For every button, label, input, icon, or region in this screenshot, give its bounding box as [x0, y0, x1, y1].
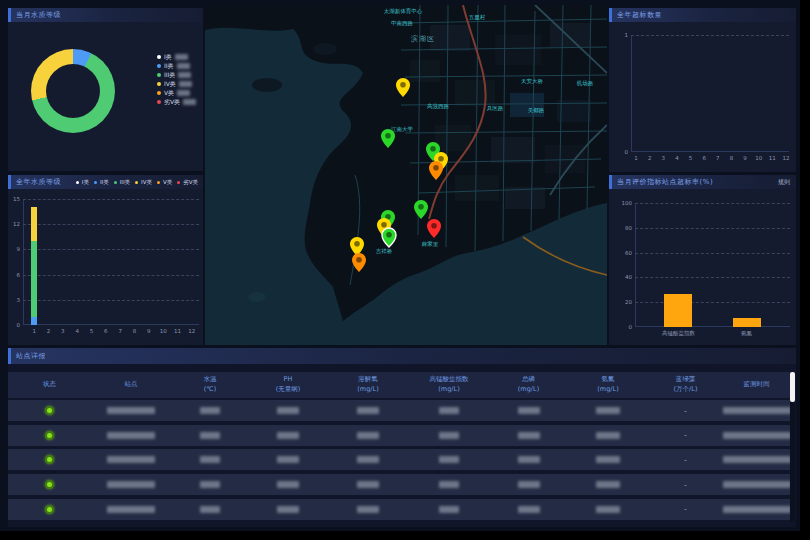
x-tick-label: 9 [743, 155, 747, 161]
legend-label: I类 [164, 53, 172, 62]
gridline [23, 300, 199, 301]
legend-label: III类 [164, 71, 175, 80]
x-tick-label: 12 [783, 155, 790, 161]
cell-tp [489, 407, 568, 414]
annual-exceed-plot[interactable]: 10123456789101112 [631, 35, 789, 152]
redacted-value [596, 407, 620, 414]
table-row[interactable]: - [8, 400, 790, 421]
cell-time [723, 407, 791, 414]
table-column-header[interactable]: 溶解氧(mg/L) [327, 375, 409, 395]
y-tick-label: 9 [17, 246, 24, 252]
cell-algae: - [648, 431, 723, 439]
y-axis [23, 199, 24, 325]
table-column-header[interactable]: 站点 [91, 380, 171, 390]
gridline [23, 224, 199, 225]
x-tick-label: 3 [61, 328, 65, 334]
table-row[interactable]: - [8, 474, 790, 495]
rate-plot[interactable]: 020406080100高锰酸盐指数氨氮 [635, 203, 790, 327]
map-panel[interactable]: 太湖新体育中心中南西路五星村滨湖区天安大桥机场路具区路吴都路高浪西路江南大学薛家… [205, 5, 607, 345]
status-cell [8, 505, 91, 514]
y-tick-label: 3 [17, 297, 24, 303]
legend-item[interactable]: 劣V类 [157, 99, 196, 105]
x-tick-label: 4 [75, 328, 79, 334]
table-column-header[interactable]: 总磷(mg/L) [489, 375, 568, 395]
scrollbar-thumb[interactable] [790, 372, 795, 402]
legend-label: III类 [120, 179, 130, 186]
x-tick-label: 5 [90, 328, 94, 334]
redacted-value [200, 407, 220, 414]
header-accent [609, 8, 612, 22]
cell-codmn [409, 506, 489, 513]
stacked-bar-segment[interactable] [31, 317, 37, 325]
legend-item[interactable]: II类 [94, 179, 109, 185]
legend-item[interactable]: III类 [114, 179, 130, 185]
panel-header: 当月评价指标站点超标率(%) 规则 [609, 175, 796, 189]
yearbar-plot[interactable]: 03691215123456789101112 [23, 199, 199, 325]
x-tick-label: 10 [755, 155, 762, 161]
table-column-header[interactable]: 氨氮(mg/L) [568, 375, 648, 395]
legend-dot [157, 64, 161, 68]
redacted-value [107, 456, 155, 463]
redacted-value [723, 432, 791, 439]
legend-item[interactable]: V类 [157, 90, 196, 96]
rate-bar[interactable] [664, 294, 692, 327]
rate-bar[interactable] [733, 318, 761, 327]
table-column-header[interactable]: 高锰酸盐指数(mg/L) [409, 375, 489, 395]
redacted-value [439, 407, 459, 414]
table-column-header[interactable]: 监测时间 [723, 380, 790, 390]
legend-item[interactable]: III类 [157, 72, 196, 78]
y-tick-label: 6 [17, 272, 24, 278]
redacted-value [723, 407, 791, 414]
panel-title: 全年超标数量 [617, 10, 662, 20]
table-row[interactable]: - [8, 499, 790, 520]
cell-nh3n [568, 506, 648, 513]
table-row[interactable]: - [8, 425, 790, 446]
header-accent [8, 8, 11, 22]
table-row[interactable]: - [8, 449, 790, 470]
legend-item[interactable]: 劣V类 [177, 179, 198, 185]
x-tick-label: 6 [702, 155, 706, 161]
panel-annual-exceed: 全年超标数量 10123456789101112 [609, 8, 796, 172]
legend-item[interactable]: IV类 [157, 81, 196, 87]
legend-dot [157, 73, 161, 77]
x-tick-label: 4 [675, 155, 679, 161]
map-label: 五星村 [469, 14, 486, 21]
legend-item[interactable]: II类 [157, 63, 196, 69]
cell-temp [171, 456, 249, 463]
stacked-bar-segment[interactable] [31, 241, 37, 317]
legend-item[interactable]: V类 [157, 179, 172, 185]
table-column-header[interactable]: 水温(℃) [171, 375, 249, 395]
table-column-header[interactable]: 蓝绿藻(万个/L) [648, 375, 723, 395]
cell-algae: - [648, 407, 723, 415]
gridline [23, 249, 199, 250]
redacted-value [357, 407, 379, 414]
redacted-value [723, 481, 791, 488]
legend-item[interactable]: IV类 [135, 179, 152, 185]
y-tick-label: 100 [622, 200, 636, 206]
cell-tp [489, 506, 568, 513]
redacted-value [200, 432, 220, 439]
y-tick-label: 15 [13, 196, 23, 202]
legend-label: 劣V类 [183, 179, 198, 186]
y-tick-label: 12 [13, 221, 23, 227]
x-axis [635, 326, 790, 327]
cell-ph [249, 506, 327, 513]
y-tick-label: 0 [17, 322, 24, 328]
cell-station [91, 481, 171, 488]
map-label: 具区路 [487, 105, 504, 111]
city-map[interactable]: 太湖新体育中心中南西路五星村滨湖区天安大桥机场路具区路吴都路高浪西路江南大学薛家… [205, 5, 607, 345]
table-scrollbar[interactable] [790, 372, 795, 522]
stacked-bar-segment[interactable] [31, 207, 37, 241]
cell-dissolved_oxygen [327, 432, 409, 439]
legend-item[interactable]: I类 [76, 179, 89, 185]
cell-ph [249, 456, 327, 463]
donut-hole [46, 64, 100, 118]
rules-link[interactable]: 规则 [778, 178, 790, 187]
cell-time [723, 506, 791, 513]
redacted-value [107, 407, 155, 414]
table-column-header[interactable]: PH(无量纲) [249, 375, 327, 395]
legend-item[interactable]: I类 [157, 54, 196, 60]
x-tick-label: 12 [188, 328, 195, 334]
table-column-header[interactable]: 状态 [8, 380, 91, 390]
status-cell [8, 455, 91, 464]
